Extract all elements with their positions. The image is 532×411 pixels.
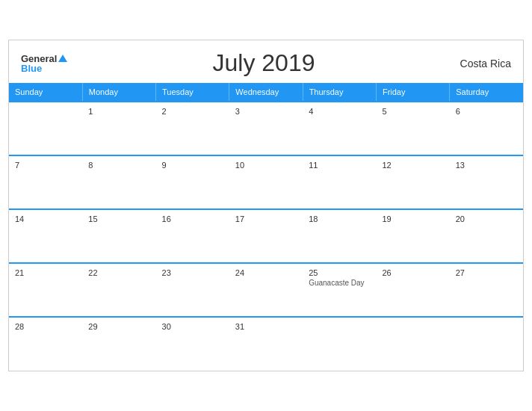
day-cell-1-6: 13	[450, 155, 523, 209]
day-number-10: 10	[235, 161, 297, 170]
day-cell-3-0: 21	[9, 263, 82, 317]
country-name: Costa Rica	[460, 58, 511, 69]
calendar-container: General Blue July 2019 Costa Rica Sunday…	[8, 40, 524, 371]
day-cell-1-4: 11	[303, 155, 376, 209]
day-cell-4-6	[450, 317, 523, 371]
day-number-11: 11	[309, 161, 370, 170]
day-cell-0-5: 5	[376, 102, 449, 155]
day-cell-4-1: 29	[82, 317, 155, 371]
day-number-28: 28	[15, 322, 76, 331]
day-cell-3-1: 22	[82, 263, 155, 317]
day-cell-1-3: 10	[229, 155, 303, 209]
day-number-1: 1	[88, 107, 149, 116]
logo-blue-text: Blue	[21, 64, 42, 73]
week-row-2: 14151617181920	[9, 209, 523, 263]
calendar-thead: SundayMondayTuesdayWednesdayThursdayFrid…	[9, 83, 523, 102]
month-title: July 2019	[67, 49, 460, 77]
day-number-13: 13	[456, 161, 517, 170]
day-cell-1-5: 12	[376, 155, 449, 209]
day-number-17: 17	[235, 214, 297, 223]
logo-triangle-icon	[58, 55, 67, 62]
day-cell-3-5: 26	[376, 263, 449, 317]
day-cell-1-0: 7	[9, 155, 82, 209]
day-cell-2-2: 16	[156, 209, 229, 263]
day-number-21: 21	[15, 268, 76, 277]
calendar-tbody: 1234567891011121314151617181920212223242…	[9, 102, 523, 371]
day-number-30: 30	[162, 322, 223, 331]
day-number-15: 15	[88, 214, 149, 223]
day-number-29: 29	[88, 322, 149, 331]
weekday-header-friday: Friday	[376, 83, 449, 102]
day-number-2: 2	[162, 107, 223, 116]
weekday-header-row: SundayMondayTuesdayWednesdayThursdayFrid…	[9, 83, 523, 102]
day-cell-0-1: 1	[82, 102, 155, 155]
day-cell-3-3: 24	[229, 263, 303, 317]
day-number-31: 31	[235, 322, 297, 331]
day-cell-0-3: 3	[229, 102, 303, 155]
logo-top: General	[21, 54, 67, 64]
weekday-header-saturday: Saturday	[450, 83, 523, 102]
day-cell-2-5: 19	[376, 209, 449, 263]
day-number-24: 24	[235, 268, 297, 277]
day-cell-0-0	[9, 102, 82, 155]
logo: General Blue	[21, 54, 67, 73]
day-cell-0-6: 6	[450, 102, 523, 155]
day-number-26: 26	[382, 268, 443, 277]
day-cell-2-6: 20	[450, 209, 523, 263]
week-row-3: 2122232425Guanacaste Day2627	[9, 263, 523, 317]
weekday-header-monday: Monday	[82, 83, 155, 102]
day-number-5: 5	[382, 107, 443, 116]
week-row-1: 78910111213	[9, 155, 523, 209]
day-cell-2-4: 18	[303, 209, 376, 263]
event-text-3-4: Guanacaste Day	[309, 279, 370, 287]
week-row-4: 28293031	[9, 317, 523, 371]
day-cell-1-2: 9	[156, 155, 229, 209]
weekday-header-thursday: Thursday	[303, 83, 376, 102]
day-cell-4-0: 28	[9, 317, 82, 371]
day-cell-1-1: 8	[82, 155, 155, 209]
day-number-23: 23	[162, 268, 223, 277]
weekday-header-wednesday: Wednesday	[229, 83, 303, 102]
day-cell-4-4	[303, 317, 376, 371]
day-number-19: 19	[382, 214, 443, 223]
day-number-4: 4	[309, 107, 370, 116]
day-cell-0-2: 2	[156, 102, 229, 155]
week-row-0: 123456	[9, 102, 523, 155]
day-cell-3-6: 27	[450, 263, 523, 317]
day-number-18: 18	[309, 214, 370, 223]
logo-bottom: Blue	[21, 64, 42, 73]
day-number-20: 20	[456, 214, 517, 223]
logo-general-text: General	[21, 54, 57, 64]
day-number-7: 7	[15, 161, 76, 170]
day-cell-2-1: 15	[82, 209, 155, 263]
day-number-6: 6	[456, 107, 517, 116]
day-number-12: 12	[382, 161, 443, 170]
day-number-25: 25	[309, 268, 370, 277]
day-cell-4-3: 31	[229, 317, 303, 371]
day-number-16: 16	[162, 214, 223, 223]
day-number-8: 8	[88, 161, 149, 170]
day-number-27: 27	[456, 268, 517, 277]
day-cell-2-0: 14	[9, 209, 82, 263]
day-number-9: 9	[162, 161, 223, 170]
day-number-14: 14	[15, 214, 76, 223]
weekday-header-tuesday: Tuesday	[156, 83, 229, 102]
weekday-header-sunday: Sunday	[9, 83, 82, 102]
day-number-3: 3	[235, 107, 297, 116]
calendar-grid: SundayMondayTuesdayWednesdayThursdayFrid…	[9, 83, 523, 371]
day-cell-4-5	[376, 317, 449, 371]
day-cell-4-2: 30	[156, 317, 229, 371]
day-cell-2-3: 17	[229, 209, 303, 263]
day-cell-3-2: 23	[156, 263, 229, 317]
day-number-22: 22	[88, 268, 149, 277]
day-cell-3-4: 25Guanacaste Day	[303, 263, 376, 317]
day-cell-0-4: 4	[303, 102, 376, 155]
calendar-header: General Blue July 2019 Costa Rica	[9, 40, 523, 83]
